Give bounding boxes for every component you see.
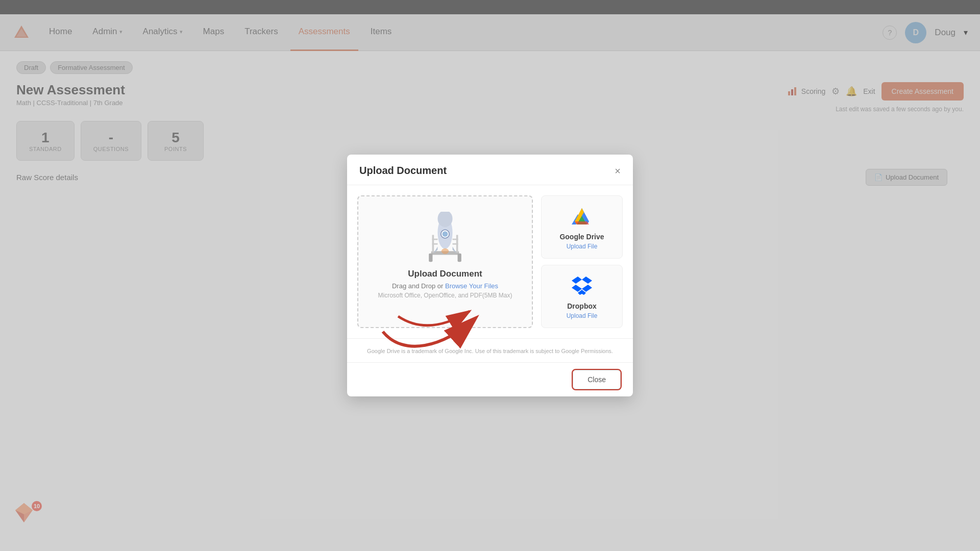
svg-rect-20 xyxy=(453,243,458,245)
svg-point-11 xyxy=(443,231,448,237)
upload-drop-area[interactable]: Upload Document Drag and Drop or Browse … xyxy=(357,195,533,328)
svg-marker-32 xyxy=(582,277,592,284)
svg-rect-17 xyxy=(432,243,438,245)
dropbox-service: Dropbox Upload File xyxy=(541,265,623,328)
dropbox-upload-link[interactable]: Upload File xyxy=(567,312,598,319)
cloud-services: Google Drive Upload File Dropbox Upload … xyxy=(541,195,623,328)
google-drive-icon xyxy=(570,204,594,229)
svg-rect-16 xyxy=(432,239,438,240)
google-drive-upload-link[interactable]: Upload File xyxy=(567,243,598,250)
modal-close-button[interactable]: × xyxy=(615,166,621,176)
svg-point-14 xyxy=(442,248,449,254)
svg-marker-28 xyxy=(575,221,589,224)
rocket-icon xyxy=(420,212,471,263)
upload-document-modal: Upload Document × xyxy=(347,155,633,396)
svg-marker-31 xyxy=(572,277,582,284)
modal-footer: Google Drive is a trademark of Google In… xyxy=(347,338,633,362)
google-drive-service: Google Drive Upload File xyxy=(541,195,623,259)
google-drive-name: Google Drive xyxy=(559,233,604,241)
upload-area-note: Microsoft Office, OpenOffice, and PDF(5M… xyxy=(378,292,512,299)
svg-marker-30 xyxy=(582,285,592,292)
browse-files-link[interactable]: Browse Your Files xyxy=(445,282,498,290)
svg-rect-19 xyxy=(453,239,458,240)
close-button[interactable]: Close xyxy=(573,370,621,389)
dropbox-icon xyxy=(570,273,594,298)
modal-header: Upload Document × xyxy=(347,155,633,185)
footer-trademark-text: Google Drive is a trademark of Google In… xyxy=(367,348,613,354)
modal-title: Upload Document xyxy=(359,165,447,177)
svg-rect-6 xyxy=(429,254,432,262)
upload-area-desc: Drag and Drop or Browse Your Files xyxy=(392,282,498,290)
svg-rect-7 xyxy=(458,254,461,262)
dropbox-name: Dropbox xyxy=(567,302,597,310)
modal-body: Upload Document Drag and Drop or Browse … xyxy=(347,185,633,338)
svg-marker-29 xyxy=(572,285,582,292)
modal-actions: Close xyxy=(347,362,633,396)
upload-area-title: Upload Document xyxy=(408,269,482,279)
